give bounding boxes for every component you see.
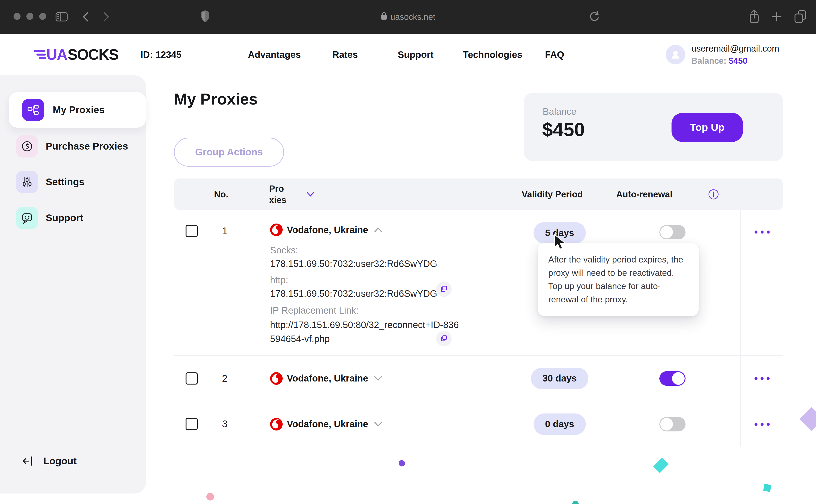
reload-icon[interactable] <box>589 11 600 24</box>
sidebar-toggle-icon[interactable] <box>55 11 68 23</box>
settings-icon <box>16 171 38 193</box>
row-menu-button[interactable] <box>754 423 770 426</box>
nav-technologies[interactable]: Technologies <box>463 34 522 75</box>
column-header-auto-renewal: Auto-renewal <box>616 189 672 199</box>
validity-tooltip: After the validity period expires, the p… <box>538 243 699 316</box>
lock-icon <box>381 12 387 22</box>
proxy-name: Vodafone, Ukraine <box>287 225 368 235</box>
privacy-shield-icon[interactable] <box>200 10 210 24</box>
vodafone-logo-icon <box>270 418 283 431</box>
row-checkbox[interactable] <box>186 418 198 430</box>
nav-advantages[interactable]: Advantages <box>248 34 301 75</box>
group-actions-button[interactable]: Group Actions <box>174 138 284 167</box>
validity-badge[interactable]: 30 days <box>531 368 588 389</box>
validity-badge[interactable]: 0 days <box>533 413 586 435</box>
auto-renewal-toggle[interactable] <box>659 417 686 431</box>
purchase-icon <box>16 135 38 157</box>
table-header: No. Proxies Validity Period Auto-renewal <box>174 179 783 210</box>
support-chat-icon <box>16 207 38 229</box>
sidebar: My Proxies Purchase Proxies Settings <box>0 75 146 493</box>
forward-icon[interactable] <box>103 12 110 23</box>
vodafone-logo-icon <box>270 224 283 236</box>
mouse-cursor-icon <box>553 234 566 252</box>
proxy-name: Vodafone, Ukraine <box>287 419 368 429</box>
table-row: 3 Vodafone, Ukraine <box>174 401 783 447</box>
column-header-proxies: Proxies <box>269 183 288 206</box>
copy-http-button[interactable] <box>436 281 452 297</box>
confetti-diamond <box>799 407 816 431</box>
confetti-square <box>763 484 771 492</box>
copy-ip-link-button[interactable] <box>436 331 452 346</box>
expand-chevron-icon[interactable] <box>372 420 384 428</box>
vodafone-logo-icon <box>270 372 283 385</box>
proxies-icon <box>22 99 44 121</box>
sidebar-item-settings[interactable]: Settings <box>0 164 146 200</box>
socks-label: Socks: <box>270 245 298 255</box>
auto-renewal-toggle[interactable] <box>659 225 686 239</box>
auto-renewal-toggle[interactable] <box>659 371 686 386</box>
sidebar-item-purchase-proxies[interactable]: Purchase Proxies <box>0 129 146 164</box>
logout-button[interactable]: Logout <box>0 451 146 472</box>
account-balance: Balance: $450 <box>691 56 779 66</box>
page-title: My Proxies <box>174 90 258 108</box>
app-root: uasocks.net <box>0 0 816 504</box>
logout-icon <box>22 455 35 467</box>
site-header: UASOCKS ID: 12345 Advantages Rates Suppo… <box>0 34 816 75</box>
row-menu-button[interactable] <box>754 377 770 380</box>
row-number: 1 <box>218 225 232 237</box>
ip-link-value: http://178.151.69.50:80/32_reconnect+ID-… <box>270 318 459 346</box>
sort-chevron-icon[interactable] <box>306 192 315 198</box>
avatar[interactable] <box>666 45 685 64</box>
logo-text-ua: UA <box>46 46 67 63</box>
confetti-dot <box>572 501 579 504</box>
sidebar-item-support[interactable]: Support <box>0 200 146 236</box>
socks-value: 178.151.69.50:7032:user32:Rd6SwYDG <box>270 259 437 269</box>
nav-faq[interactable]: FAQ <box>545 34 564 75</box>
confetti-dot <box>399 460 405 466</box>
row-menu-button[interactable] <box>754 231 770 234</box>
http-label: http: <box>270 275 288 285</box>
share-icon[interactable] <box>749 9 760 25</box>
address-bar[interactable]: uasocks.net <box>381 0 435 34</box>
row-checkbox[interactable] <box>186 225 198 237</box>
confetti-diamond <box>653 458 669 473</box>
new-tab-icon[interactable] <box>772 12 782 23</box>
row-checkbox[interactable] <box>186 372 198 385</box>
balance-amount: $450 <box>542 119 585 140</box>
nav-support[interactable]: Support <box>398 34 433 75</box>
column-header-validity: Validity Period <box>522 189 583 199</box>
info-icon[interactable] <box>708 189 719 200</box>
account-block[interactable]: useremail@gmail.com Balance: $450 <box>666 34 779 75</box>
account-balance-value: $450 <box>729 56 747 66</box>
uasocks-logo[interactable]: UASOCKS <box>34 34 118 75</box>
window-minimize-button[interactable] <box>26 13 33 20</box>
expand-chevron-icon[interactable] <box>372 374 384 383</box>
http-value: 178.151.69.50:7032:user32:Rd6SwYDG <box>270 288 437 299</box>
collapse-chevron-icon[interactable] <box>372 226 384 234</box>
url-text: uasocks.net <box>390 12 435 22</box>
logo-wing-icon <box>34 49 46 61</box>
confetti-dot <box>206 493 214 501</box>
balance-label: Balance <box>543 106 577 117</box>
account-email: useremail@gmail.com <box>691 44 779 54</box>
nav-rates[interactable]: Rates <box>332 34 358 75</box>
ip-link-label: IP Replacement Link: <box>270 305 359 316</box>
window-controls[interactable] <box>14 13 46 20</box>
balance-card: Balance $450 Top Up <box>524 93 783 161</box>
browser-chrome: uasocks.net <box>0 0 816 34</box>
proxy-name: Vodafone, Ukraine <box>287 373 368 384</box>
back-icon[interactable] <box>82 12 89 23</box>
row-number: 2 <box>218 373 232 384</box>
sidebar-item-my-proxies[interactable]: My Proxies <box>9 92 146 128</box>
row-number: 3 <box>218 418 232 430</box>
user-id: ID: 12345 <box>141 34 182 75</box>
logo-text-socks: SOCKS <box>67 46 118 63</box>
window-zoom-button[interactable] <box>39 13 46 20</box>
top-up-button[interactable]: Top Up <box>672 113 743 142</box>
table-row: 2 Vodafone, Ukraine <box>174 356 783 401</box>
column-header-no: No. <box>214 189 228 199</box>
window-close-button[interactable] <box>14 13 21 20</box>
tab-overview-icon[interactable] <box>793 10 808 24</box>
